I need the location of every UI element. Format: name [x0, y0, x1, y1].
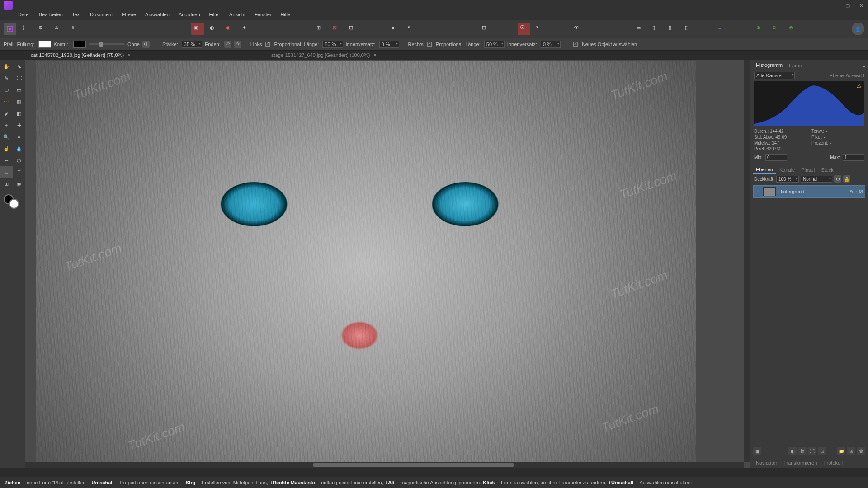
auswahl-toggle[interactable]: Auswahl [845, 73, 864, 78]
arrange-4-button[interactable]: ▯ [683, 23, 695, 35]
snap-off-button[interactable]: ⊠ [330, 23, 343, 35]
stroke-width-slider[interactable] [89, 43, 125, 45]
menu-bearbeiten[interactable]: Bearbeiten [34, 11, 67, 20]
h-scrollbar[interactable] [25, 462, 744, 468]
maximize-button[interactable]: ▢ [841, 0, 854, 11]
tab-kanaele[interactable]: Kanäle [777, 166, 797, 174]
tab-pinsel[interactable]: Pinsel [798, 166, 817, 174]
adjust-button[interactable]: ◐ [788, 447, 797, 455]
color-wells[interactable] [0, 192, 25, 211]
color-wheel-button[interactable]: ◉ [224, 23, 236, 35]
max-input[interactable] [843, 154, 864, 161]
blur-tool[interactable]: 💧 [13, 143, 25, 155]
menu-fenster[interactable]: Fenster [250, 11, 276, 20]
clone-tool[interactable]: ⌖ [0, 119, 13, 131]
tab-histogram[interactable]: Histogramm [753, 61, 785, 69]
menu-hilfe[interactable]: Hilfe [276, 11, 295, 20]
canvas[interactable]: TutKit.com TutKit.com TutKit.com TutKit.… [36, 61, 696, 468]
arrange-3-button[interactable]: ▯ [666, 23, 679, 35]
menu-ebene[interactable]: Ebene [117, 11, 141, 20]
tab-transform[interactable]: Transformieren [781, 459, 820, 466]
marquee-tool[interactable]: ▭ [13, 84, 25, 96]
menu-dokument[interactable]: Dokument [85, 11, 117, 20]
wand-button[interactable]: ✦ [240, 23, 253, 35]
tab-navigator[interactable]: Navigator [753, 459, 780, 466]
menu-ansicht[interactable]: Ansicht [225, 11, 250, 20]
close-button[interactable]: ✕ [854, 0, 868, 11]
background-color[interactable] [9, 199, 19, 209]
layer-edit-icon[interactable]: ✎ [850, 189, 854, 194]
shape-tool[interactable]: ▱ [0, 166, 13, 178]
blend-dropdown[interactable]: Normal [801, 176, 832, 183]
end-left-icon[interactable]: ↶ [224, 41, 231, 48]
fill-swatch[interactable] [38, 41, 51, 48]
color-picker-tool[interactable]: ✎ [0, 72, 13, 84]
tab-stock[interactable]: Stock [818, 166, 836, 174]
layer-link-icon[interactable]: ▫ [855, 189, 857, 194]
add-pixel-button[interactable]: ⊞ [847, 447, 855, 455]
swatch-dd-button[interactable]: ▾ [406, 23, 418, 35]
layers-panel-menu-icon[interactable]: ≡ [863, 167, 865, 173]
pen-tool[interactable]: ✒ [0, 155, 13, 166]
develop-persona-button[interactable]: ⚙ [36, 23, 49, 35]
fx-button[interactable]: ⚙ [834, 175, 841, 183]
zoom-tool[interactable]: 🔍 [0, 131, 13, 143]
export-persona-button[interactable]: ⇪ [69, 23, 81, 35]
menu-datei[interactable]: Datei [14, 11, 34, 20]
node-tool[interactable]: ⬡ [13, 155, 25, 166]
dodge-tool[interactable]: ⭘ [13, 131, 25, 143]
swatch-button[interactable]: ■ [389, 23, 402, 35]
close-tab-1-icon[interactable]: × [127, 52, 130, 57]
heal-tool[interactable]: ✚ [13, 119, 25, 131]
tab-protokoll[interactable]: Protokoll [821, 459, 845, 466]
link-button[interactable]: ⊗ [787, 23, 799, 35]
left-prop-checkbox[interactable] [265, 42, 270, 47]
mesh-tool[interactable]: ⊞ [0, 178, 13, 190]
layer-row-hintergrund[interactable]: ⋮ Hintergrund ✎ ▫ ☑ [753, 185, 865, 198]
snapping-button[interactable]: ⦿ [518, 23, 530, 35]
selection-brush-tool[interactable]: ⬭ [0, 84, 13, 96]
lock-button[interactable]: 🔒 [843, 175, 850, 183]
stroke-settings-button[interactable]: ⚙ [142, 41, 150, 48]
left-length-dropdown[interactable]: 50 % [322, 41, 343, 48]
align-button[interactable]: ≡ [716, 23, 729, 35]
strength-dropdown[interactable]: 35 % [182, 41, 202, 48]
record-button[interactable]: ▣ [191, 23, 204, 35]
crop-layer-button[interactable]: ⛶ [808, 447, 816, 455]
duplicate-button[interactable]: ⧉ [770, 23, 783, 35]
group-button[interactable]: 📁 [837, 447, 845, 455]
doc-tab-2[interactable]: stage-1531427_640.jpg [Geändert] (100,0%… [268, 52, 378, 59]
move-tool[interactable]: ⬉ [13, 61, 25, 72]
close-tab-2-icon[interactable]: × [374, 52, 377, 57]
quickmask-button[interactable]: ◐ [208, 23, 220, 35]
assets-button[interactable]: ⊟ [480, 23, 492, 35]
unknown-button[interactable]: ⊡ [818, 447, 826, 455]
liquify-persona-button[interactable]: ⦚ [20, 23, 33, 35]
text-tool[interactable]: T [13, 166, 25, 178]
preview-button[interactable]: 👁 [572, 23, 585, 35]
mask-button[interactable]: ▣ [753, 447, 761, 455]
snap-all-button[interactable]: ⊡ [347, 23, 359, 35]
account-button[interactable]: 👤 [852, 23, 864, 35]
min-input[interactable] [765, 154, 787, 161]
menu-auswaehlen[interactable]: Auswählen [141, 11, 174, 20]
right-length-dropdown[interactable]: 50 % [484, 41, 505, 48]
snapping-dd-button[interactable]: ▾ [534, 23, 547, 35]
brush-tool[interactable]: 🖌 [0, 108, 13, 119]
channel-dropdown[interactable]: Alle Kanäle [754, 72, 795, 79]
fx-add-button[interactable]: fx [798, 447, 807, 455]
left-inset-dropdown[interactable]: 0 % [379, 41, 399, 48]
freehand-tool[interactable]: 〰 [0, 96, 13, 108]
menu-anordnen[interactable]: Anordnen [174, 11, 205, 20]
flood-tool[interactable]: ▨ [13, 96, 25, 108]
minimize-button[interactable]: ― [827, 0, 841, 11]
arrange-2-button[interactable]: ▯ [650, 23, 663, 35]
opacity-dropdown[interactable]: 100 % [776, 176, 799, 183]
layer-thumbnail[interactable] [763, 187, 776, 196]
right-inset-dropdown[interactable]: 0 % [541, 41, 561, 48]
menu-filter[interactable]: Filter [205, 11, 225, 20]
newobj-checkbox[interactable] [573, 42, 578, 47]
end-right-icon[interactable]: ↷ [234, 41, 241, 48]
arrange-1-button[interactable]: ▭ [634, 23, 646, 35]
snap-grid-button[interactable]: ⊞ [314, 23, 327, 35]
